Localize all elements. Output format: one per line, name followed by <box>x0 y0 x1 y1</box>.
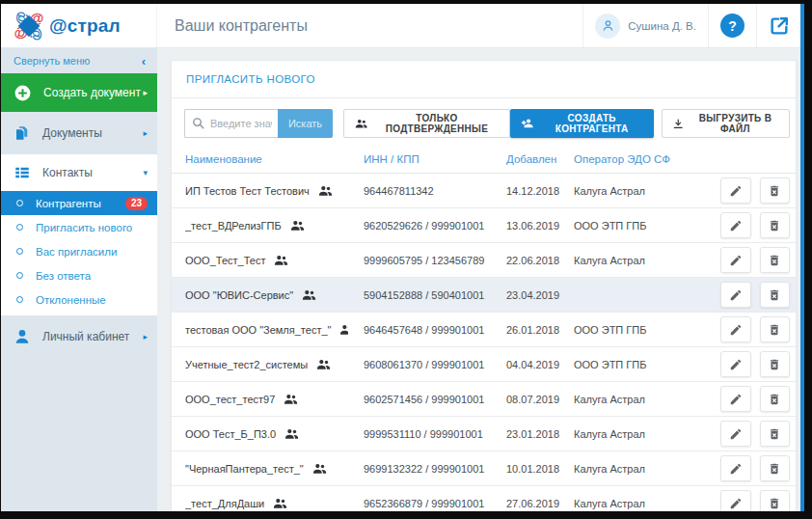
delete-button[interactable] <box>760 421 791 447</box>
table-row[interactable]: ИП Тестов Тест Тестович 964467811342 14.… <box>172 174 796 208</box>
edit-button[interactable] <box>720 490 751 511</box>
contractor-added-date: 04.04.2019 <box>493 347 560 382</box>
edit-button[interactable] <box>720 282 751 308</box>
trash-icon <box>768 393 781 406</box>
delete-button[interactable] <box>760 490 791 511</box>
edit-button[interactable] <box>720 178 751 204</box>
chevron-right-icon: ▸ <box>143 88 148 97</box>
edit-button[interactable] <box>720 212 751 238</box>
delete-button[interactable] <box>760 247 791 273</box>
scroll-accent-strip[interactable] <box>800 4 804 511</box>
pencil-icon <box>729 323 743 337</box>
edit-button[interactable] <box>720 316 751 342</box>
help-button[interactable]: ? <box>720 14 744 38</box>
pencil-icon <box>729 497 743 510</box>
table-row[interactable]: "ЧернаяПантера_тест_" 9699132322 / 99990… <box>172 451 796 486</box>
edit-button[interactable] <box>720 247 751 273</box>
sidebar-item-documents[interactable]: Документы ▸ <box>1 116 157 150</box>
personal-cabinet-label: Личный кабинет <box>42 330 129 343</box>
sidebar-item-personal-cabinet[interactable]: Личный кабинет ▸ <box>1 319 157 354</box>
edit-button[interactable] <box>720 351 751 377</box>
contractor-edo-operator: Калуга Астрал <box>560 417 720 451</box>
contractors-card: ПРИГЛАСИТЬ НОВОГО Искать <box>171 60 797 511</box>
create-document-label: Создать документ <box>43 86 141 99</box>
export-to-file-button[interactable]: ВЫГРУЗИТЬ В ФАЙЛ <box>662 109 790 138</box>
contractor-inn-kpp: 9608061370 / 999901001 <box>350 347 493 382</box>
contractor-name: ООО_тест_тест97 <box>185 394 275 405</box>
table-row[interactable]: ООО "ЮВИС-Сервис" 5904152888 / 590401001… <box>172 278 796 313</box>
documents-label: Документы <box>42 126 102 140</box>
sidebar-item-contractors[interactable]: Контрагенты 23 <box>1 191 157 215</box>
chevron-right-icon: ▸ <box>143 332 148 341</box>
table-header-row: Наименование ИНН / КПП Добавлен Оператор… <box>172 148 796 174</box>
logout-button[interactable] <box>769 15 790 37</box>
bullet-icon <box>16 248 23 255</box>
column-header-added[interactable]: Добавлен <box>493 148 560 174</box>
edit-button[interactable] <box>720 421 751 447</box>
group-icon <box>284 393 298 405</box>
search-box: Искать <box>184 109 333 138</box>
delete-button[interactable] <box>760 386 791 412</box>
create-document-button[interactable]: Создать документ ▸ <box>1 73 157 112</box>
invite-new-link[interactable]: ПРИГЛАСИТЬ НОВОГО <box>186 73 315 85</box>
sidebar-item-you-were-invited[interactable]: Вас пригласили <box>1 239 157 263</box>
contractor-edo-operator: Калуга Астрал <box>560 486 720 512</box>
delete-button[interactable] <box>760 212 791 238</box>
table-row[interactable]: ООО_тест_тест97 9602571456 / 999901001 0… <box>172 382 796 417</box>
confirmed-only-filter-button[interactable]: ТОЛЬКО ПОДТВЕРЖДЕННЫЕ <box>343 109 510 138</box>
top-bar: @ @ @ @ @страл Ваши контрагенты Сушина Д… <box>1 4 800 48</box>
contractors-count-badge: 23 <box>125 197 148 210</box>
table-row[interactable]: тестовая ООО "Земля_тест_" 9646457648 / … <box>172 313 796 347</box>
delete-button[interactable] <box>760 455 791 481</box>
delete-button[interactable] <box>760 351 791 377</box>
contractor-added-date: 22.06.2018 <box>493 243 560 278</box>
column-header-name[interactable]: Наименование <box>172 148 350 174</box>
create-contractor-button[interactable]: СОЗДАТЬ КОНТРАГЕНТА <box>510 109 655 138</box>
logo-text: @страл <box>49 15 121 37</box>
user-menu[interactable]: Сушина Д. В. <box>582 4 708 47</box>
group-icon <box>355 117 367 130</box>
search-button[interactable]: Искать <box>278 109 333 138</box>
sidebar-item-contacts[interactable]: Контакты ▾ <box>1 154 157 191</box>
trash-icon <box>768 497 781 510</box>
group-icon <box>284 427 299 440</box>
pencil-icon <box>729 219 743 232</box>
contractor-name: _тест_ВДРелизГПБ <box>185 220 282 232</box>
collapse-menu-button[interactable]: Свернуть меню ‹ <box>1 48 157 73</box>
download-icon <box>672 117 684 131</box>
table-row[interactable]: _тест_ДляДаши 9652366879 / 999901001 27.… <box>172 486 796 512</box>
trash-icon <box>768 358 781 371</box>
sidebar: Свернуть меню ‹ Создать документ ▸ Докум… <box>1 48 157 511</box>
table-row[interactable]: ООО_Тест_Тест 9999605795 / 123456789 22.… <box>172 243 796 278</box>
group-icon <box>316 358 331 370</box>
sidebar-item-no-answer[interactable]: Без ответа <box>1 263 157 287</box>
contractor-inn-kpp: 9999531110 / 999901001 <box>350 417 493 451</box>
table-row[interactable]: _тест_ВДРелизГПБ 9620529626 / 999901001 … <box>172 208 796 243</box>
group-icon <box>312 462 327 475</box>
column-header-inn-kpp[interactable]: ИНН / КПП <box>350 148 493 174</box>
sidebar-item-invite-new[interactable]: Пригласить нового <box>1 215 157 239</box>
delete-button[interactable] <box>760 282 791 308</box>
contractor-name: ООО "ЮВИС-Сервис" <box>185 289 293 301</box>
page-title: Ваши контрагенты <box>175 17 308 35</box>
logo[interactable]: @ @ @ @ @страл <box>1 4 157 47</box>
table-row[interactable]: ООО Тест_Б_П3.0 9999531110 / 999901001 2… <box>172 417 796 451</box>
person-add-icon <box>521 117 533 130</box>
chevron-down-icon: ▾ <box>143 168 148 178</box>
delete-button[interactable] <box>760 316 791 342</box>
delete-button[interactable] <box>760 178 791 204</box>
contractor-inn-kpp: 9699132322 / 999901001 <box>350 451 493 486</box>
search-icon <box>191 116 205 134</box>
sidebar-item-rejected[interactable]: Отклоненные <box>1 287 157 312</box>
pencil-icon <box>729 184 743 198</box>
contractor-name: _тест_ДляДаши <box>185 498 264 509</box>
column-header-edo-operator[interactable]: Оператор ЭДО СФ <box>560 148 720 174</box>
contractor-edo-operator: Калуга Астрал <box>560 174 720 208</box>
edit-button[interactable] <box>720 386 751 412</box>
bullet-icon <box>16 200 23 206</box>
table-row[interactable]: Учетные_тест2_системы 9608061370 / 99990… <box>172 347 796 382</box>
astral-logo-icon: @ @ @ @ <box>14 11 44 41</box>
user-avatar-icon <box>595 14 620 39</box>
edit-button[interactable] <box>720 455 751 481</box>
trash-icon <box>768 184 781 198</box>
